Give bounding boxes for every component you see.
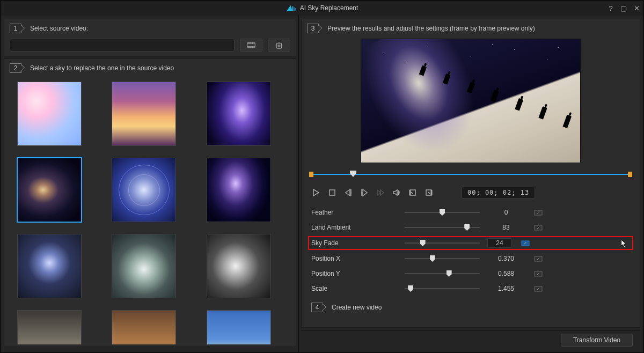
reset-icon[interactable] bbox=[532, 284, 544, 293]
stop-button[interactable] bbox=[327, 188, 337, 197]
footer: Transform Video bbox=[301, 330, 640, 349]
parameters: Feather 0 Land Ambient 83 Sky Fade 24 bbox=[307, 208, 634, 293]
svg-marker-33 bbox=[621, 240, 626, 247]
reset-icon[interactable] bbox=[519, 239, 531, 247]
sky-thumb-selected[interactable] bbox=[17, 158, 82, 222]
param-label: Sky Fade bbox=[311, 239, 397, 247]
delete-button[interactable] bbox=[268, 39, 290, 52]
feather-slider[interactable] bbox=[405, 209, 480, 216]
sky-thumb[interactable] bbox=[207, 310, 271, 344]
param-label: Position X bbox=[311, 255, 397, 262]
sky-thumb[interactable] bbox=[112, 310, 176, 344]
prev-frame-button[interactable] bbox=[343, 188, 353, 197]
sky-thumb[interactable] bbox=[112, 158, 176, 222]
svg-rect-3 bbox=[295, 8, 296, 11]
svg-marker-0 bbox=[287, 5, 292, 11]
trash-icon bbox=[275, 41, 283, 49]
titlebar: AI Sky Replacement ? ▢ ✕ bbox=[1, 1, 643, 16]
mark-out-button[interactable] bbox=[424, 188, 434, 197]
audio-button[interactable] bbox=[392, 188, 401, 197]
feather-value[interactable]: 0 bbox=[487, 209, 525, 216]
fast-forward-button[interactable] bbox=[376, 188, 385, 197]
sky-thumb[interactable] bbox=[207, 234, 271, 298]
scale-value[interactable]: 1.455 bbox=[487, 285, 525, 292]
step3-section: 3 Preview the results and adjust the set… bbox=[301, 19, 640, 328]
param-position-y: Position Y 0.588 bbox=[311, 269, 630, 278]
svg-rect-20 bbox=[330, 190, 335, 195]
reset-icon[interactable] bbox=[532, 254, 544, 263]
position-x-slider[interactable] bbox=[405, 255, 480, 262]
position-y-value[interactable]: 0.588 bbox=[487, 270, 525, 277]
step3-number: 3 bbox=[307, 24, 319, 33]
param-sky-fade: Sky Fade 24 bbox=[308, 236, 633, 250]
step2-section: 2 Select a sky to replace the one in the… bbox=[4, 58, 296, 347]
scale-slider[interactable] bbox=[405, 285, 480, 292]
step1-section: 1 Select source video: bbox=[4, 19, 296, 56]
sky-thumb[interactable] bbox=[112, 82, 176, 146]
step4-label: Create new video bbox=[332, 304, 382, 311]
timeline-playhead[interactable] bbox=[350, 171, 356, 177]
sky-thumb[interactable] bbox=[207, 82, 271, 146]
position-x-value[interactable]: 0.370 bbox=[487, 255, 525, 262]
playback-controls: 00; 00; 02; 13 bbox=[307, 187, 634, 198]
app-logo-icon bbox=[286, 4, 297, 12]
sky-thumb[interactable] bbox=[207, 158, 271, 222]
svg-rect-2 bbox=[294, 7, 295, 11]
close-icon[interactable]: ✕ bbox=[633, 4, 640, 12]
param-feather: Feather 0 bbox=[311, 208, 630, 217]
param-position-x: Position X 0.370 bbox=[311, 254, 630, 263]
reset-icon[interactable] bbox=[532, 208, 544, 217]
timecode[interactable]: 00; 00; 02; 13 bbox=[462, 187, 535, 198]
next-frame-button[interactable] bbox=[360, 188, 369, 197]
svg-rect-1 bbox=[292, 6, 293, 11]
import-media-button[interactable] bbox=[240, 39, 262, 52]
sky-thumb[interactable] bbox=[17, 310, 82, 344]
timeline-out-point[interactable] bbox=[628, 172, 632, 177]
sky-fade-value[interactable]: 24 bbox=[487, 238, 512, 248]
param-scale: Scale 1.455 bbox=[311, 284, 630, 293]
reset-icon[interactable] bbox=[532, 223, 544, 232]
svg-marker-25 bbox=[377, 190, 380, 195]
param-land-ambient: Land Ambient 83 bbox=[311, 223, 630, 232]
sky-gallery[interactable] bbox=[10, 78, 290, 344]
step1-number: 1 bbox=[10, 24, 21, 33]
param-label: Scale bbox=[311, 285, 397, 292]
sky-fade-slider[interactable] bbox=[405, 239, 480, 247]
step3-label: Preview the results and adjust the setti… bbox=[327, 25, 535, 32]
help-icon[interactable]: ? bbox=[607, 4, 614, 12]
preview-image bbox=[361, 39, 581, 163]
sky-thumb[interactable] bbox=[112, 234, 176, 298]
svg-marker-27 bbox=[393, 190, 397, 195]
transform-video-button[interactable]: Transform Video bbox=[561, 334, 633, 347]
play-button[interactable] bbox=[311, 188, 321, 197]
param-label: Feather bbox=[311, 209, 397, 216]
step1-label: Select source video: bbox=[30, 25, 88, 32]
step2-label: Select a sky to replace the one in the s… bbox=[30, 64, 174, 72]
land-ambient-slider[interactable] bbox=[405, 224, 480, 231]
window-title: AI Sky Replacement bbox=[300, 4, 358, 12]
filmstrip-icon bbox=[247, 41, 255, 49]
timeline-in-point[interactable] bbox=[309, 172, 313, 177]
step2-number: 2 bbox=[10, 63, 21, 73]
source-video-input[interactable] bbox=[10, 39, 235, 52]
svg-rect-4 bbox=[247, 42, 255, 48]
cursor-icon bbox=[620, 239, 628, 248]
position-y-slider[interactable] bbox=[405, 270, 480, 277]
param-label: Position Y bbox=[311, 270, 397, 277]
sky-thumb[interactable] bbox=[17, 82, 82, 146]
timeline[interactable] bbox=[307, 171, 634, 178]
svg-marker-19 bbox=[313, 189, 319, 196]
land-ambient-value[interactable]: 83 bbox=[487, 224, 525, 231]
sky-thumb[interactable] bbox=[17, 234, 82, 298]
reset-icon[interactable] bbox=[532, 269, 544, 278]
param-label: Land Ambient bbox=[311, 224, 397, 231]
maximize-icon[interactable]: ▢ bbox=[620, 4, 627, 12]
step4-number: 4 bbox=[311, 303, 323, 312]
svg-marker-21 bbox=[346, 189, 350, 196]
svg-marker-23 bbox=[363, 189, 367, 196]
step4-header: 4 Create new video bbox=[311, 303, 634, 312]
mark-in-button[interactable] bbox=[408, 188, 418, 197]
